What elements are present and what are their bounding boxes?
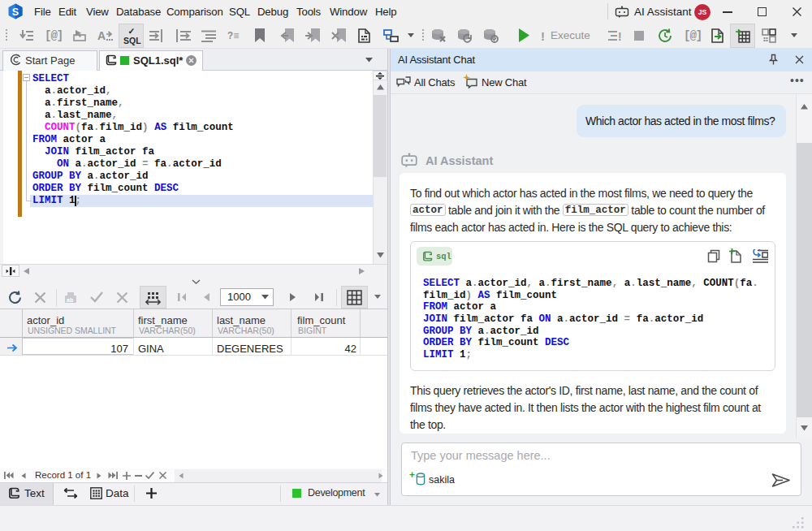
svg-text:S: S [12,6,19,18]
svg-text:?≡: ?≡ [227,31,239,42]
svg-text:!: ! [618,30,622,42]
svg-text:ab: ab [67,297,73,303]
svg-text:A: A [97,29,106,42]
